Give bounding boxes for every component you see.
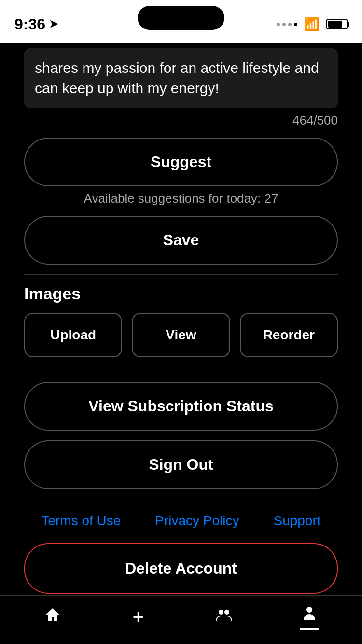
suggestions-count: Available suggestions for today: 27 bbox=[0, 191, 362, 206]
divider-2 bbox=[24, 372, 338, 372]
nav-active-indicator bbox=[300, 628, 319, 630]
location-arrow-icon: ➤ bbox=[49, 18, 58, 30]
svg-point-2 bbox=[306, 607, 312, 613]
terms-of-use-link[interactable]: Terms of Use bbox=[41, 513, 121, 529]
signal-dots bbox=[277, 23, 297, 26]
status-bar: 9:36 ➤ 📶 bbox=[0, 0, 362, 43]
upload-button[interactable]: Upload bbox=[24, 313, 122, 357]
view-button[interactable]: View bbox=[132, 313, 230, 357]
char-count: 464/500 bbox=[24, 113, 338, 128]
nav-profile[interactable] bbox=[267, 604, 353, 630]
home-icon bbox=[44, 606, 61, 628]
bio-textarea[interactable]: shares my passion for an active lifestyl… bbox=[24, 48, 338, 108]
nav-people[interactable] bbox=[181, 606, 267, 628]
view-subscription-button[interactable]: View Subscription Status bbox=[24, 382, 338, 431]
delete-account-wrapper: Delete Account bbox=[24, 543, 338, 594]
images-section-title: Images bbox=[24, 284, 338, 303]
status-time: 9:36 ➤ bbox=[14, 15, 58, 33]
bottom-links-row: Terms of Use Privacy Policy Support bbox=[0, 499, 362, 543]
main-content: shares my passion for an active lifestyl… bbox=[0, 48, 362, 644]
bottom-nav bbox=[0, 595, 362, 644]
sign-out-button[interactable]: Sign Out bbox=[24, 440, 338, 489]
nav-home[interactable] bbox=[10, 606, 96, 628]
suggest-button[interactable]: Suggest bbox=[24, 138, 338, 186]
plus-icon bbox=[133, 606, 144, 628]
status-indicators: 📶 bbox=[277, 17, 348, 32]
images-actions: Upload View Reorder bbox=[24, 313, 338, 357]
wifi-icon: 📶 bbox=[304, 17, 320, 32]
svg-point-1 bbox=[224, 610, 229, 615]
battery-icon bbox=[326, 19, 348, 29]
time-display: 9:36 bbox=[14, 15, 45, 33]
dynamic-island bbox=[138, 6, 224, 30]
people-icon bbox=[215, 606, 233, 628]
person-icon bbox=[301, 604, 318, 626]
support-link[interactable]: Support bbox=[273, 513, 320, 529]
bio-text: shares my passion for an active lifestyl… bbox=[35, 60, 319, 96]
privacy-policy-link[interactable]: Privacy Policy bbox=[155, 513, 239, 529]
save-button[interactable]: Save bbox=[24, 216, 338, 265]
svg-point-0 bbox=[219, 610, 223, 615]
reorder-button[interactable]: Reorder bbox=[240, 313, 338, 357]
nav-add[interactable] bbox=[96, 606, 181, 628]
divider-1 bbox=[24, 274, 338, 275]
delete-account-button[interactable]: Delete Account bbox=[24, 543, 338, 594]
